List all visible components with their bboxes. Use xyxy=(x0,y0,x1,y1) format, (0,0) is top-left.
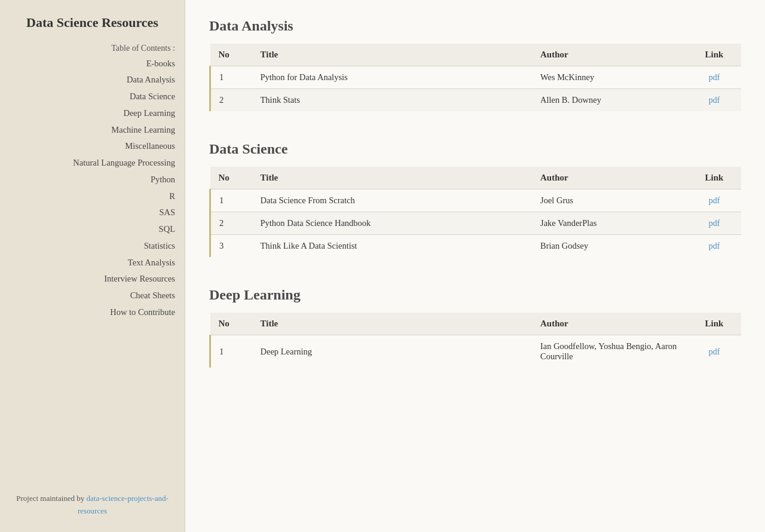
cell-no: 3 xyxy=(210,235,252,258)
cell-author: Wes McKinney xyxy=(532,66,687,89)
maintained-link[interactable]: data-science-projects-and-resources xyxy=(78,494,169,515)
maintained-text: Project maintained by data-science-proje… xyxy=(10,469,175,518)
th-no: No xyxy=(210,313,252,335)
cell-no: 2 xyxy=(210,89,252,112)
cell-title: Python Data Science Handbook xyxy=(252,212,533,235)
sidebar-nav-item[interactable]: R xyxy=(10,188,175,205)
cell-title: Deep Learning xyxy=(252,335,533,368)
site-title: Data Science Resources xyxy=(10,14,175,32)
cell-title: Think Stats xyxy=(252,89,533,112)
sidebar-nav-item[interactable]: Python xyxy=(10,172,175,188)
cell-link: pdf xyxy=(687,212,741,235)
sidebar-nav-item[interactable]: E-books xyxy=(10,56,175,72)
cell-author: Joel Grus xyxy=(532,189,687,212)
main-content: Data AnalysisNoTitleAuthorLink1Python fo… xyxy=(185,0,765,532)
table-deep-learning: NoTitleAuthorLink1Deep LearningIan Goodf… xyxy=(209,313,741,368)
pdf-link[interactable]: pdf xyxy=(709,219,720,228)
table-row: 2Think StatsAllen B. Downeypdf xyxy=(210,89,742,112)
th-no: No xyxy=(210,44,252,66)
sidebar-nav-item[interactable]: Deep Learning xyxy=(10,105,175,122)
cell-link: pdf xyxy=(687,235,741,258)
sidebar: Data Science Resources Table of Contents… xyxy=(0,0,185,532)
sidebar-nav-item[interactable]: Statistics xyxy=(10,238,175,255)
table-row: 1Data Science From ScratchJoel Gruspdf xyxy=(210,189,742,212)
th-link: Link xyxy=(687,44,741,66)
section-title-data-science: Data Science xyxy=(209,141,741,157)
th-author: Author xyxy=(532,167,687,189)
cell-link: pdf xyxy=(687,66,741,89)
section-deep-learning: Deep LearningNoTitleAuthorLink1Deep Lear… xyxy=(209,287,741,368)
sidebar-nav-item[interactable]: How to Contribute xyxy=(10,304,175,321)
pdf-link[interactable]: pdf xyxy=(709,196,720,205)
th-link: Link xyxy=(687,313,741,335)
sections-container: Data AnalysisNoTitleAuthorLink1Python fo… xyxy=(209,18,741,368)
th-no: No xyxy=(210,167,252,189)
sidebar-nav-item[interactable]: Text Analysis xyxy=(10,255,175,271)
cell-no: 2 xyxy=(210,212,252,235)
cell-title: Think Like A Data Scientist xyxy=(252,235,533,258)
sidebar-nav-item[interactable]: SQL xyxy=(10,221,175,238)
pdf-link[interactable]: pdf xyxy=(709,241,720,250)
sidebar-nav-item[interactable]: Data Analysis xyxy=(10,72,175,88)
th-title: Title xyxy=(252,313,533,335)
table-data-analysis: NoTitleAuthorLink1Python for Data Analys… xyxy=(209,44,741,111)
th-title: Title xyxy=(252,44,533,66)
sidebar-nav-item[interactable]: Natural Language Processing xyxy=(10,155,175,172)
sidebar-nav-item[interactable]: Interview Resources xyxy=(10,271,175,288)
table-row: 1Deep LearningIan Goodfellow, Yoshua Ben… xyxy=(210,335,742,368)
cell-no: 1 xyxy=(210,66,252,89)
cell-link: pdf xyxy=(687,335,741,368)
cell-author: Brian Godsey xyxy=(532,235,687,258)
maintained-prefix: Project maintained by xyxy=(16,494,86,503)
pdf-link[interactable]: pdf xyxy=(709,96,720,105)
sidebar-nav-item[interactable]: Machine Learning xyxy=(10,122,175,139)
sidebar-nav-item[interactable]: Miscellaneous xyxy=(10,138,175,155)
table-row: 3Think Like A Data ScientistBrian Godsey… xyxy=(210,235,742,258)
sidebar-nav-item[interactable]: SAS xyxy=(10,204,175,221)
section-title-deep-learning: Deep Learning xyxy=(209,287,741,303)
table-data-science: NoTitleAuthorLink1Data Science From Scra… xyxy=(209,167,741,257)
cell-title: Python for Data Analysis xyxy=(252,66,533,89)
cell-author: Ian Goodfellow, Yoshua Bengio, Aaron Cou… xyxy=(532,335,687,368)
nav-items: E-booksData AnalysisData ScienceDeep Lea… xyxy=(10,56,175,321)
cell-link: pdf xyxy=(687,89,741,112)
pdf-link[interactable]: pdf xyxy=(709,347,720,356)
th-author: Author xyxy=(532,313,687,335)
section-title-data-analysis: Data Analysis xyxy=(209,18,741,34)
sidebar-nav-item[interactable]: Data Science xyxy=(10,88,175,105)
cell-link: pdf xyxy=(687,189,741,212)
pdf-link[interactable]: pdf xyxy=(709,73,720,82)
section-data-science: Data ScienceNoTitleAuthorLink1Data Scien… xyxy=(209,141,741,257)
sidebar-nav-item[interactable]: Cheat Sheets xyxy=(10,288,175,304)
cell-title: Data Science From Scratch xyxy=(252,189,533,212)
cell-author: Jake VanderPlas xyxy=(532,212,687,235)
th-author: Author xyxy=(532,44,687,66)
th-title: Title xyxy=(252,167,533,189)
section-data-analysis: Data AnalysisNoTitleAuthorLink1Python fo… xyxy=(209,18,741,111)
cell-no: 1 xyxy=(210,335,252,368)
cell-author: Allen B. Downey xyxy=(532,89,687,112)
nav-label: Table of Contents : xyxy=(10,44,175,53)
cell-no: 1 xyxy=(210,189,252,212)
table-row: 1Python for Data AnalysisWes McKinneypdf xyxy=(210,66,742,89)
table-row: 2Python Data Science HandbookJake Vander… xyxy=(210,212,742,235)
th-link: Link xyxy=(687,167,741,189)
